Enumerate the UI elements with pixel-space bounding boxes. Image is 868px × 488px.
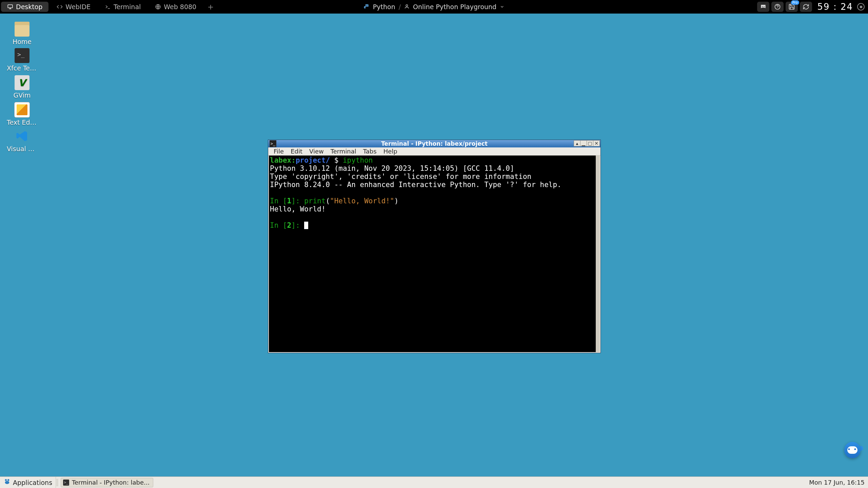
vscode-icon	[15, 129, 29, 144]
in-number: 1	[287, 197, 292, 205]
pro-badge: Pro	[791, 0, 799, 5]
icon-label: Visual S...	[7, 145, 37, 152]
ipython-in-2: In [2]:	[270, 221, 599, 229]
menu-edit[interactable]: Edit	[287, 147, 306, 156]
svg-point-3	[406, 5, 408, 6]
desktop-icon-home[interactable]: Home	[7, 22, 37, 45]
menu-help[interactable]: Help	[380, 147, 401, 156]
xfce-desktop[interactable]: Home Xfce Ter... GVim Text Edi... Visual…	[0, 14, 868, 476]
text-editor-icon	[15, 102, 29, 117]
help-button[interactable]	[771, 2, 784, 12]
terminal-window[interactable]: >_ Terminal - IPython: labex/project ▴ ▁…	[268, 140, 601, 353]
tab-webide[interactable]: WebIDE	[51, 2, 97, 12]
menu-view[interactable]: View	[306, 147, 327, 156]
terminal-app-icon: >_	[270, 140, 276, 147]
refresh-button[interactable]	[800, 2, 812, 12]
code-icon	[57, 4, 63, 10]
banner-line: Python 3.10.12 (main, Nov 20 2023, 15:14…	[270, 164, 599, 172]
applications-label: Applications	[13, 479, 52, 486]
taskbar-item-label: Terminal - IPython: labe...	[72, 479, 150, 486]
monitor-icon	[7, 4, 13, 10]
taskbar-separator	[57, 479, 59, 486]
prompt-sep: :	[291, 156, 296, 164]
window-titlebar[interactable]: >_ Terminal - IPython: labex/project ▴ ▁…	[268, 140, 600, 147]
desktop-icon-text-editor[interactable]: Text Edi...	[7, 102, 37, 126]
globe-icon	[155, 4, 161, 10]
banner-line: Type 'copyright', 'credits' or 'license'…	[270, 172, 599, 181]
python-icon	[363, 4, 370, 10]
view-tabs: Desktop WebIDE Terminal Web 8080 +	[0, 0, 216, 14]
stop-timer-button[interactable]	[857, 3, 865, 11]
in-number: 2	[287, 221, 292, 229]
in-prefix: In [	[270, 221, 287, 229]
chevron-down-icon	[500, 3, 505, 11]
breadcrumb-sep: /	[399, 3, 401, 11]
discord-button[interactable]	[757, 2, 769, 12]
blank-line	[270, 213, 599, 221]
tab-terminal[interactable]: Terminal	[99, 2, 147, 12]
folder-icon	[15, 22, 29, 37]
in-suffix: ]:	[291, 221, 304, 229]
terminal-icon: >_	[63, 480, 69, 486]
shell-prompt-line: labex:project/ $ ipython	[270, 156, 599, 164]
text-cursor	[304, 222, 308, 229]
svg-point-7	[5, 481, 9, 484]
menu-file[interactable]: File	[270, 147, 287, 156]
taskbar-item-terminal[interactable]: >_ Terminal - IPython: labe...	[61, 478, 153, 487]
ipython-output: Hello, World!	[270, 205, 599, 213]
in-suffix: ]:	[291, 197, 304, 205]
menu-tabs[interactable]: Tabs	[360, 147, 380, 156]
topbar-actions: Pro 59 : 24	[757, 0, 865, 14]
ipython-in-1: In [1]: print("Hello, World!")	[270, 197, 599, 205]
terminal-content[interactable]: labex:project/ $ ipython Python 3.10.12 …	[269, 156, 600, 352]
paren-close: )	[394, 197, 399, 205]
prompt-icon	[105, 4, 111, 10]
xfce-logo-icon	[3, 478, 11, 487]
tab-label: Terminal	[114, 3, 141, 11]
icon-label: Home	[7, 38, 37, 45]
tab-web8080[interactable]: Web 8080	[149, 2, 202, 12]
terminal-scrollbar[interactable]	[596, 156, 600, 352]
user-icon	[404, 3, 410, 11]
shade-button[interactable]: ▴	[574, 140, 580, 146]
blank-line	[270, 189, 599, 197]
top-breadcrumb[interactable]: Python / Online Python Playground	[363, 3, 505, 11]
xfce-taskbar: Applications >_ Terminal - IPython: labe…	[0, 476, 868, 488]
session-timer: 59 : 24	[817, 2, 853, 12]
prompt-user: labex	[270, 156, 291, 164]
applications-menu-button[interactable]: Applications	[0, 477, 56, 488]
svg-point-6	[7, 479, 9, 481]
banner-line: IPython 8.24.0 -- An enhanced Interactiv…	[270, 181, 599, 189]
save-button[interactable]: Pro	[786, 2, 798, 12]
maximize-button[interactable]: ▢	[587, 140, 593, 146]
menu-terminal[interactable]: Terminal	[327, 147, 360, 156]
typed-command: ipython	[343, 156, 373, 164]
svg-point-5	[5, 479, 7, 481]
window-title: Terminal - IPython: labex/project	[268, 140, 600, 147]
icon-label: GVim	[7, 92, 37, 99]
call-name: print	[304, 197, 326, 205]
string-literal: "Hello, World!"	[330, 197, 394, 205]
tab-label: Web 8080	[164, 3, 196, 11]
desktop-icon-gvim[interactable]: GVim	[7, 75, 37, 99]
minimize-button[interactable]: ▁	[580, 140, 587, 146]
desktop-icon-xfce-terminal[interactable]: Xfce Ter...	[7, 48, 37, 72]
paren-open: (	[326, 197, 330, 205]
tab-desktop[interactable]: Desktop	[1, 2, 48, 12]
gvim-icon	[15, 75, 29, 90]
tab-label: Desktop	[16, 3, 42, 11]
window-controls: ▴ ▁ ▢ ✕	[574, 140, 600, 146]
prompt-path: project/	[296, 156, 330, 164]
prompt-dollar: $	[330, 156, 343, 164]
chat-launcher-button[interactable]	[844, 442, 861, 458]
terminal-icon	[15, 48, 29, 63]
breadcrumb-page: Online Python Playground	[413, 3, 496, 11]
add-tab-button[interactable]: +	[205, 3, 216, 11]
tab-label: WebIDE	[65, 3, 91, 11]
terminal-menubar: File Edit View Terminal Tabs Help	[268, 147, 600, 156]
close-button[interactable]: ✕	[593, 140, 600, 146]
labex-topbar: Desktop WebIDE Terminal Web 8080 + Pytho…	[0, 0, 868, 14]
taskbar-clock[interactable]: Mon 17 Jun, 16:15	[809, 479, 865, 486]
icon-label: Text Edi...	[7, 119, 37, 126]
desktop-icon-vscode[interactable]: Visual S...	[7, 129, 37, 152]
